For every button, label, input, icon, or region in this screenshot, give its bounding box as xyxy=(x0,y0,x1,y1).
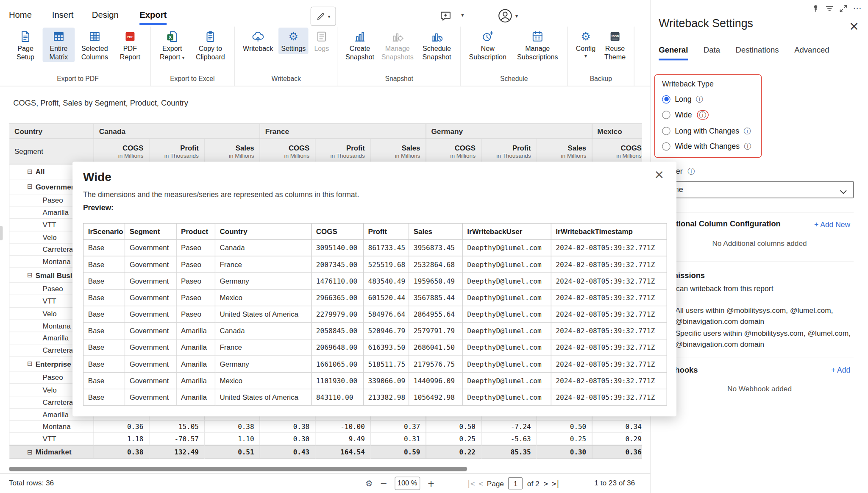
matrix-cell[interactable]: 0.30 xyxy=(537,446,592,460)
matrix-cell[interactable]: 0.38 xyxy=(94,446,149,460)
matrix-cell[interactable]: 1.18 xyxy=(94,433,149,446)
info-icon[interactable]: ⓘ xyxy=(744,127,751,134)
tab-design[interactable]: Design xyxy=(92,10,119,23)
manage-snapshots-button[interactable]: Manage Snapshots xyxy=(378,28,416,62)
collapse-icon[interactable]: ⊟ xyxy=(27,183,33,190)
row-label[interactable]: Montana xyxy=(9,421,94,433)
tab-export[interactable]: Export xyxy=(139,10,167,25)
matrix-cell[interactable]: 0.50 xyxy=(426,421,481,433)
matrix-measure-header[interactable]: Profitin Thousands xyxy=(481,139,537,164)
matrix-cell[interactable]: 0.36 xyxy=(592,446,642,460)
trigger-select[interactable]: None xyxy=(659,181,854,198)
filter-icon[interactable] xyxy=(825,4,834,13)
matrix-country-header[interactable]: Canada xyxy=(94,124,260,139)
add-webhook-link[interactable]: + Add xyxy=(831,366,850,374)
matrix-cell[interactable]: 164.54 xyxy=(315,446,370,460)
panel-close-button[interactable]: × xyxy=(849,19,859,33)
matrix-cell[interactable]: 0.31 xyxy=(370,433,426,446)
pdf-report-button[interactable]: PDF PDF Report xyxy=(114,28,145,62)
matrix-country-header[interactable]: France xyxy=(260,124,426,139)
focus-mode-icon[interactable] xyxy=(839,4,848,13)
manage-subscriptions-button[interactable]: Manage Subscriptions xyxy=(512,28,563,62)
page-setup-button[interactable]: Page Setup xyxy=(10,28,41,62)
zoom-in-button[interactable]: + xyxy=(427,478,435,489)
matrix-measure-header[interactable]: COGSin Millions xyxy=(426,139,481,164)
collapse-icon[interactable]: ⊟ xyxy=(27,360,33,368)
dialog-close-button[interactable]: × xyxy=(654,167,664,181)
tab-home[interactable]: Home xyxy=(9,10,32,23)
matrix-cell[interactable]: 9.49 xyxy=(315,433,370,446)
new-subscription-button[interactable]: New Subscription xyxy=(465,28,510,62)
writeback-type-option-wide-with-changes[interactable]: Wide with Changes ⓘ xyxy=(662,139,761,154)
matrix-country-header[interactable]: Germany xyxy=(426,124,592,139)
tab-data[interactable]: Data xyxy=(704,45,720,60)
matrix-row[interactable]: VTT1.18-70.571.100.309.490.310.25-5.630.… xyxy=(9,433,642,446)
writeback-type-option-wide[interactable]: Wide ⓘ xyxy=(662,107,761,123)
writeback-type-option-long-with-changes[interactable]: Long with Changes ⓘ xyxy=(662,123,761,139)
matrix-cell[interactable]: 0.36 xyxy=(94,421,149,433)
radio-long-with-changes[interactable] xyxy=(662,127,670,135)
matrix-cell[interactable]: -7.24 xyxy=(481,421,537,433)
collapse-icon[interactable]: ⊟ xyxy=(27,448,33,456)
matrix-cell[interactable]: 0.25 xyxy=(426,433,481,446)
matrix-cell[interactable]: 15.05 xyxy=(149,421,204,433)
next-page-button[interactable]: > xyxy=(544,479,548,487)
account-menu[interactable]: ▾ xyxy=(498,8,518,23)
schedule-snapshot-button[interactable]: Schedule Snapshot xyxy=(418,28,456,62)
selected-columns-button[interactable]: Selected Columns xyxy=(76,28,113,62)
matrix-cell[interactable]: -10.00 xyxy=(315,421,370,433)
writeback-type-option-long[interactable]: Long ⓘ xyxy=(662,92,761,107)
matrix-measure-header[interactable]: Salesin Millions xyxy=(204,139,260,164)
radio-long[interactable] xyxy=(662,95,670,103)
matrix-row[interactable]: Montana0.3615.050.380.38-10.000.370.50-7… xyxy=(9,421,642,433)
add-new-link[interactable]: + Add New xyxy=(814,220,850,229)
matrix-cell[interactable]: 0.43 xyxy=(260,446,315,460)
collapse-icon[interactable]: ⊟ xyxy=(27,168,33,175)
comment-button[interactable] xyxy=(439,9,452,25)
writeback-settings-button[interactable]: ⚙ Settings xyxy=(278,28,309,54)
matrix-measure-header[interactable]: Profitin Thousands xyxy=(315,139,370,164)
matrix-cell[interactable]: 0.34 xyxy=(592,421,642,433)
row-label[interactable]: ⊟Midmarket xyxy=(9,446,94,460)
matrix-cell[interactable]: 85.35 xyxy=(481,446,537,460)
zoom-level[interactable]: 100 % xyxy=(395,477,420,490)
prev-page-button[interactable]: < xyxy=(479,479,482,487)
row-label[interactable]: VTT xyxy=(9,433,94,446)
tab-insert[interactable]: Insert xyxy=(52,10,74,23)
writeback-button[interactable]: Writeback xyxy=(239,28,277,54)
page-number-input[interactable]: 1 xyxy=(508,477,523,490)
tab-destinations[interactable]: Destinations xyxy=(736,45,779,60)
matrix-cell[interactable]: 0.29 xyxy=(592,433,642,446)
matrix-measure-header[interactable]: COGSin Millions xyxy=(260,139,315,164)
edit-mode-button[interactable]: ▾ xyxy=(311,7,336,26)
matrix-cell[interactable]: 0.25 xyxy=(537,433,592,446)
info-icon[interactable]: ⓘ xyxy=(699,111,707,119)
comment-dropdown-chevron[interactable]: ▾ xyxy=(461,12,464,18)
matrix-cell[interactable]: 0.50 xyxy=(537,421,592,433)
matrix-cell[interactable]: 0.59 xyxy=(370,446,426,460)
matrix-cell[interactable]: 0.38 xyxy=(260,421,315,433)
matrix-measure-header[interactable]: Salesin Millions xyxy=(370,139,426,164)
tab-advanced[interactable]: Advanced xyxy=(794,45,829,60)
zoom-out-button[interactable]: − xyxy=(380,478,388,489)
create-snapshot-button[interactable]: Create Snapshot xyxy=(342,28,377,62)
radio-wide-with-changes[interactable] xyxy=(662,142,670,151)
matrix-row[interactable]: ⊟Midmarket0.38132.490.510.43164.540.590.… xyxy=(9,446,642,460)
matrix-measure-header[interactable]: COGSin Millions xyxy=(94,139,149,164)
more-options-icon[interactable]: ⋯ xyxy=(853,3,862,14)
export-report-button[interactable]: X Export Report ▾ xyxy=(155,28,189,62)
logs-button[interactable]: Logs xyxy=(310,28,333,54)
matrix-cell[interactable]: 0.38 xyxy=(204,421,260,433)
horizontal-scrollbar[interactable] xyxy=(9,467,633,471)
matrix-cell[interactable]: -70.57 xyxy=(149,433,204,446)
reuse-theme-button[interactable]: JSON Reuse Theme xyxy=(601,28,629,62)
permission-option-specific-users[interactable]: Specific users within @mobilitysys.com, … xyxy=(662,328,854,349)
info-icon[interactable]: ⓘ xyxy=(687,168,695,175)
matrix-cell[interactable]: 0.30 xyxy=(260,433,315,446)
config-button[interactable]: ⚙ Config ▾ xyxy=(573,28,599,62)
info-icon[interactable]: ⓘ xyxy=(744,143,751,150)
matrix-country-header[interactable]: Mexico xyxy=(592,124,642,139)
last-page-button[interactable]: >| xyxy=(552,479,559,487)
matrix-measure-header[interactable]: Profitin Thousands xyxy=(149,139,204,164)
tab-general[interactable]: General xyxy=(659,45,688,60)
